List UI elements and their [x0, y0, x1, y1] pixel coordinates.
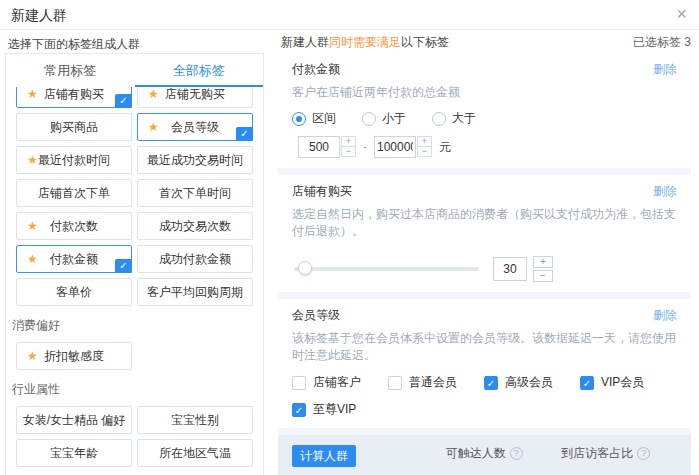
tag-item[interactable]: 最近成功交易时间 — [137, 146, 253, 174]
tag-item[interactable]: 客户平均回购周期 — [137, 278, 253, 306]
checkbox-icon[interactable] — [388, 376, 402, 390]
radio-label: 小于 — [382, 110, 406, 127]
tag-label: 最近成功交易时间 — [147, 152, 243, 169]
title-divider — [0, 29, 699, 30]
visit-ratio-label: 到店访客占比 — [561, 445, 633, 462]
radio-icon[interactable] — [292, 112, 306, 126]
checkbox-option[interactable]: ✓高级会员 — [484, 374, 580, 391]
checkbox-option[interactable]: ✓至尊VIP — [292, 401, 388, 418]
tag-item[interactable]: 店铺首次下单 — [16, 179, 132, 207]
days-value-input[interactable] — [493, 257, 527, 281]
reachable-count-stat: 可触达人数 ? -- — [446, 445, 562, 475]
tag-label: 成功交易次数 — [159, 218, 231, 235]
member-checkbox-group: 店铺客户普通会员✓高级会员✓VIP会员✓至尊VIP — [292, 374, 677, 418]
calc-crowd-button[interactable]: 计算人群 — [292, 445, 356, 467]
tag-item[interactable]: 宝宝性别 — [137, 406, 253, 434]
tag-item[interactable]: 成功交易次数 — [137, 212, 253, 240]
help-icon[interactable]: ? — [510, 447, 523, 460]
tag-item[interactable]: 所在地区气温 — [137, 439, 253, 467]
radio-option[interactable]: 区间 — [292, 110, 336, 127]
days-decrease-icon[interactable]: − — [533, 270, 553, 282]
checkbox-icon[interactable]: ✓ — [484, 376, 498, 390]
tag-label: 最近付款时间 — [38, 152, 110, 169]
right-header-highlight: 同时需要满足 — [329, 35, 401, 49]
tag-list[interactable]: ★店铺有购买✓★店铺无购买购买商品★会员等级✓★最近付款时间最近成功交易时间店铺… — [6, 87, 263, 474]
checkbox-icon[interactable]: ✓ — [580, 376, 594, 390]
tag-label: 折扣敏感度 — [44, 348, 104, 365]
radio-label: 区间 — [312, 110, 336, 127]
delete-payment-link[interactable]: 删除 — [653, 61, 677, 78]
checkbox-option[interactable]: 店铺客户 — [292, 374, 388, 391]
card-title: 店铺有购买 — [292, 183, 352, 200]
tag-group-label: 行业属性 — [12, 381, 253, 398]
min-amount-spinner: + − — [298, 136, 356, 158]
max-decrease-icon[interactable]: − — [417, 146, 432, 157]
radio-icon[interactable] — [362, 112, 376, 126]
tag-item[interactable]: 成功付款金额 — [137, 245, 253, 273]
tag-item[interactable]: ★店铺有购买✓ — [16, 87, 132, 108]
delete-member-link[interactable]: 删除 — [653, 307, 677, 324]
close-icon[interactable]: × — [676, 5, 687, 23]
tag-group-label: 消费偏好 — [12, 317, 253, 334]
radio-icon[interactable] — [432, 112, 446, 126]
check-badge-icon: ✓ — [115, 259, 132, 273]
tag-item[interactable]: ★付款金额✓ — [16, 245, 132, 273]
tag-item[interactable]: ★折扣敏感度 — [16, 342, 132, 370]
star-icon: ★ — [27, 219, 38, 233]
card-desc: 客户在店铺近两年付款的总金额 — [292, 84, 677, 101]
star-icon: ★ — [27, 153, 38, 167]
days-slider-track[interactable] — [294, 267, 479, 271]
checkbox-label: 店铺客户 — [313, 374, 361, 391]
tag-label: 女装/女士精品 偏好 — [23, 412, 126, 429]
left-subtitle: 选择下面的标签组成人群 — [8, 36, 140, 53]
tag-item[interactable]: 首次下单时间 — [137, 179, 253, 207]
tag-item[interactable]: ★会员等级✓ — [137, 113, 253, 141]
tag-item[interactable]: ★付款次数 — [16, 212, 132, 240]
checkbox-label: 至尊VIP — [313, 401, 356, 418]
tab-all-tags[interactable]: 全部标签 — [135, 54, 264, 87]
tag-item[interactable]: 女装/女士精品 偏好 — [16, 406, 132, 434]
calc-footer: 计算人群 计算人群能够预知数量；初次使 用人群时，24小时后才有数据 可触达人数… — [278, 435, 691, 475]
max-amount-input[interactable] — [374, 136, 416, 158]
tag-label: 店铺有购买 — [44, 87, 104, 103]
range-separator: - — [363, 140, 367, 154]
check-badge-icon: ✓ — [115, 94, 132, 108]
days-slider-handle[interactable] — [298, 261, 312, 275]
selected-tags-count: 已选标签 3 — [633, 34, 691, 51]
days-increase-icon[interactable]: + — [533, 256, 553, 268]
max-amount-spinner: + − — [374, 136, 432, 158]
tag-item[interactable]: ★最近付款时间 — [16, 146, 132, 174]
tag-item[interactable]: 购买商品 — [16, 113, 132, 141]
checkbox-option[interactable]: ✓VIP会员 — [580, 374, 676, 391]
card-desc: 选定自然日内，购买过本店商品的消费者（购买以支付成功为准，包括支付后退款）。 — [292, 206, 677, 240]
card-member-level: 会员等级 删除 该标签基于您在会员体系中设置的会员等级。该数据延迟一天，请您使用… — [278, 299, 691, 428]
tag-grid: ★店铺有购买✓★店铺无购买购买商品★会员等级✓★最近付款时间最近成功交易时间店铺… — [16, 87, 253, 306]
tab-common-tags[interactable]: 常用标签 — [6, 54, 135, 87]
tag-label: 付款金额 — [50, 251, 98, 268]
reachable-count-label: 可触达人数 — [446, 445, 506, 462]
radio-option[interactable]: 小于 — [362, 110, 406, 127]
help-icon[interactable]: ? — [637, 447, 650, 460]
right-header-prefix: 新建人群 — [281, 35, 329, 49]
radio-option[interactable]: 大于 — [432, 110, 476, 127]
tag-item[interactable]: 宝宝年龄 — [16, 439, 132, 467]
checkbox-label: VIP会员 — [601, 374, 644, 391]
checkbox-option[interactable]: 普通会员 — [388, 374, 484, 391]
check-badge-icon: ✓ — [236, 127, 253, 141]
tag-label: 购买商品 — [50, 119, 98, 136]
checkbox-icon[interactable]: ✓ — [292, 403, 306, 417]
tag-item[interactable]: ★店铺无购买 — [137, 87, 253, 108]
tag-label: 客户平均回购周期 — [147, 284, 243, 301]
radio-label: 大于 — [452, 110, 476, 127]
tag-panel: 常用标签全部标签 ★店铺有购买✓★店铺无购买购买商品★会员等级✓★最近付款时间最… — [5, 53, 264, 475]
tag-grid: ★折扣敏感度 — [16, 342, 253, 370]
min-amount-input[interactable] — [298, 136, 340, 158]
min-decrease-icon[interactable]: − — [341, 146, 356, 157]
right-header: 新建人群同时需要满足以下标签 — [281, 34, 449, 51]
delete-purchase-link[interactable]: 删除 — [653, 183, 677, 200]
checkbox-icon[interactable] — [292, 376, 306, 390]
star-icon: ★ — [148, 87, 159, 101]
payment-range-row: + − - + − 元 — [298, 136, 677, 158]
tag-item[interactable]: 客单价 — [16, 278, 132, 306]
star-icon: ★ — [27, 349, 38, 363]
